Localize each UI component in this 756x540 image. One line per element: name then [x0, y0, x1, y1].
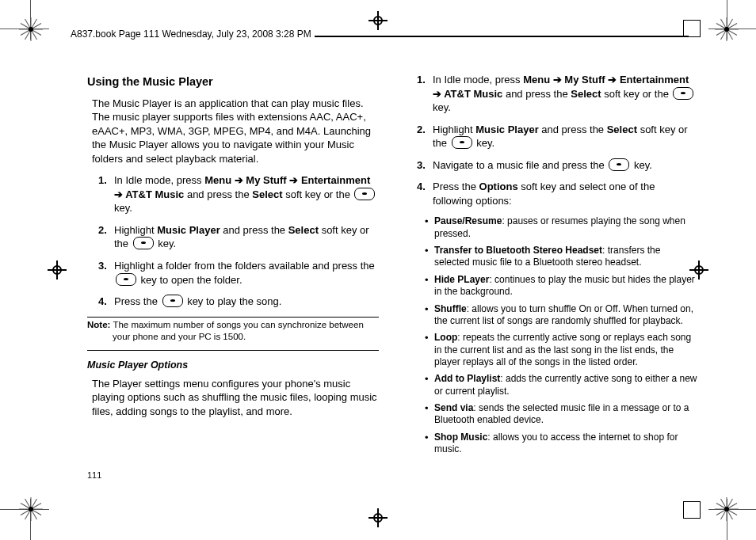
left-step-3: 3. Highlight a folder from the folders a…	[98, 259, 379, 287]
right-step-3: 3. Navigate to a music file and press th…	[417, 158, 697, 173]
registration-mark-bottom	[368, 508, 388, 527]
option-shop-music: Shop Music: allows you to access the int…	[425, 432, 697, 456]
center-key-icon	[133, 237, 154, 249]
options-list: Pause/Resume: pauses or resumes playing …	[425, 215, 697, 455]
option-shuffle: Shuffle: allows you to turn shuffle On o…	[425, 303, 697, 328]
option-loop: Loop: repeats the currently active song …	[425, 332, 697, 368]
registration-mark-left	[48, 260, 67, 280]
right-step-4: 4. Press the Options soft key and select…	[417, 180, 697, 207]
page-number: 111	[87, 470, 101, 480]
option-send-via: Send via: sends the selected music file …	[425, 402, 697, 427]
right-step-1: 1. In Idle mode, press Menu ➔ My Stuff ➔…	[417, 73, 697, 115]
option-transfer-bt: Transfer to Bluetooth Stereo Headset: tr…	[425, 245, 697, 269]
right-step-2: 2. Highlight Music Player and press the …	[417, 123, 697, 150]
heading-music-player-options: Music Player Options	[87, 359, 379, 372]
file-header: A837.book Page 111 Wednesday, July 23, 2…	[67, 27, 315, 41]
ornament-corner-tr	[715, 17, 739, 41]
center-key-icon	[609, 158, 629, 171]
book-wrap-mark-top	[683, 20, 701, 37]
intro-paragraph: The Music Player is an application that …	[92, 97, 379, 166]
center-key-icon	[354, 188, 375, 200]
option-pause-resume: Pause/Resume: pauses or resumes playing …	[425, 215, 697, 240]
option-add-playlist: Add to Playlist: adds the currently acti…	[425, 373, 697, 397]
ornament-corner-bl	[19, 497, 43, 521]
center-key-icon	[673, 87, 693, 100]
book-wrap-mark-bottom	[683, 501, 701, 519]
ornament-corner-br	[715, 497, 739, 521]
page-body: Using the Music Player The Music Player …	[87, 71, 697, 460]
column-right: 1. In Idle mode, press Menu ➔ My Stuff ➔…	[406, 71, 697, 460]
registration-mark-top	[368, 11, 388, 30]
center-key-icon	[162, 295, 183, 307]
option-hide-player: Hide PLayer: continues to play the music…	[425, 274, 697, 299]
column-left: Using the Music Player The Music Player …	[87, 71, 379, 460]
center-key-icon	[452, 136, 472, 149]
left-step-2: 2. Highlight Music Player and press the …	[98, 223, 379, 251]
center-key-icon	[116, 273, 136, 286]
note-max-songs: Note: The maximum number of songs you ca…	[87, 319, 379, 344]
ornament-corner-tl	[19, 17, 43, 41]
left-step-1: 1. In Idle mode, press Menu ➔ My Stuff ➔…	[98, 173, 379, 215]
mpo-paragraph: The Player settings menu configures your…	[92, 377, 379, 419]
left-step-4: 4. Press the key to play the song.	[98, 295, 379, 309]
heading-using-music-player: Using the Music Player	[87, 74, 379, 90]
